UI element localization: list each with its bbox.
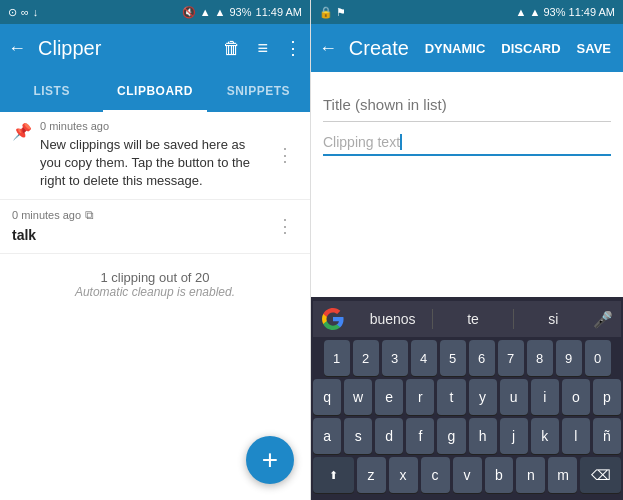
left-header: ← Clipper 🗑 ≡ ⋮	[0, 24, 310, 72]
suggestion-si[interactable]: si	[514, 307, 593, 331]
save-button[interactable]: SAVE	[573, 37, 615, 60]
key-t[interactable]: t	[437, 379, 465, 415]
key-0[interactable]: 0	[585, 340, 611, 376]
key-u[interactable]: u	[500, 379, 528, 415]
key-i[interactable]: i	[531, 379, 559, 415]
key-row-zxcv: ⬆ z x c v b n m ⌫	[313, 457, 621, 493]
key-2[interactable]: 2	[353, 340, 379, 376]
key-v[interactable]: v	[453, 457, 482, 493]
download-icon: ↓	[33, 6, 39, 18]
key-z[interactable]: z	[357, 457, 386, 493]
key-o[interactable]: o	[562, 379, 590, 415]
key-n[interactable]: n	[516, 457, 545, 493]
key-7[interactable]: 7	[498, 340, 524, 376]
key-row-asdf: a s d f g h j k l ñ	[313, 418, 621, 454]
keyboard[interactable]: buenos te si 🎤 1 2 3 4 5 6 7 8 9 0 q w e…	[311, 297, 623, 500]
keyboard-suggestions: buenos te si 🎤	[313, 301, 621, 337]
key-q[interactable]: q	[313, 379, 341, 415]
discard-button[interactable]: DISCARD	[497, 37, 564, 60]
tab-clipboard[interactable]: CLIPBOARD	[103, 72, 206, 112]
signal-icon: ▲	[215, 6, 226, 18]
mic-icon[interactable]: 🎤	[593, 310, 613, 329]
right-status-left: 🔒 ⚑	[319, 6, 346, 19]
time2-text: 11:49 AM	[569, 6, 615, 18]
right-panel: 🔒 ⚑ ▲ ▲ 93% 11:49 AM ← Create DYNAMIC DI…	[311, 0, 623, 500]
suggestion-buenos[interactable]: buenos	[353, 307, 432, 331]
key-w[interactable]: w	[344, 379, 372, 415]
create-header: ← Create DYNAMIC DISCARD SAVE	[311, 24, 623, 72]
key-8[interactable]: 8	[527, 340, 553, 376]
clip-message-text: New clippings will be saved here as you …	[40, 136, 264, 191]
backspace-key[interactable]: ⌫	[580, 457, 621, 493]
fab-add-button[interactable]: +	[246, 436, 294, 484]
key-c[interactable]: c	[421, 457, 450, 493]
key-y[interactable]: y	[469, 379, 497, 415]
wifi-icon: ▲	[200, 6, 211, 18]
key-e[interactable]: e	[375, 379, 403, 415]
key-1[interactable]: 1	[324, 340, 350, 376]
key-g[interactable]: g	[437, 418, 465, 454]
create-form: Clipping text	[311, 72, 623, 297]
time-text: 11:49 AM	[256, 6, 302, 18]
key-9[interactable]: 9	[556, 340, 582, 376]
tab-lists[interactable]: LISTS	[0, 72, 103, 112]
create-title: Create	[345, 37, 413, 60]
key-s[interactable]: s	[344, 418, 372, 454]
key-m[interactable]: m	[548, 457, 577, 493]
clip-menu-button[interactable]: ⋮	[272, 211, 298, 241]
key-4[interactable]: 4	[411, 340, 437, 376]
right-status-bar: 🔒 ⚑ ▲ ▲ 93% 11:49 AM	[311, 0, 623, 24]
key-r[interactable]: r	[406, 379, 434, 415]
key-p[interactable]: p	[593, 379, 621, 415]
flag-icon: ⚑	[336, 6, 346, 18]
clip-count: 1 clipping out of 20	[8, 270, 302, 285]
clip-item-content: 0 minutes ago ⧉ talk	[12, 208, 264, 246]
delete-button[interactable]: 🗑	[223, 38, 241, 59]
key-n-tilde[interactable]: ñ	[593, 418, 621, 454]
key-5[interactable]: 5	[440, 340, 466, 376]
key-f[interactable]: f	[406, 418, 434, 454]
key-x[interactable]: x	[389, 457, 418, 493]
suggestion-te[interactable]: te	[433, 307, 512, 331]
more-button[interactable]: ⋮	[284, 37, 302, 59]
filter-button[interactable]: ≡	[257, 38, 268, 59]
clip-timestamp: 0 minutes ago ⧉	[12, 208, 264, 222]
left-panel: ⊙ ∞ ↓ 🔇 ▲ ▲ 93% 11:49 AM ← Clipper 🗑 ≡ ⋮…	[0, 0, 311, 500]
dynamic-button[interactable]: DYNAMIC	[421, 37, 490, 60]
clip-talk-text: talk	[12, 226, 264, 246]
tab-bar: LISTS CLIPBOARD SNIPPETS	[0, 72, 310, 112]
key-b[interactable]: b	[485, 457, 514, 493]
key-6[interactable]: 6	[469, 340, 495, 376]
sync-icon: ∞	[21, 6, 29, 18]
clipping-text-label: Clipping text	[323, 134, 400, 150]
back-create-button[interactable]: ←	[319, 38, 337, 59]
app-title: Clipper	[38, 37, 211, 60]
mute-icon: 🔇	[182, 6, 196, 19]
left-status-bar: ⊙ ∞ ↓ 🔇 ▲ ▲ 93% 11:49 AM	[0, 0, 310, 24]
copy-icon: ⧉	[85, 208, 94, 222]
key-d[interactable]: d	[375, 418, 403, 454]
key-h[interactable]: h	[469, 418, 497, 454]
title-input[interactable]	[323, 88, 611, 122]
google-icon	[321, 307, 345, 331]
key-row-numbers: 1 2 3 4 5 6 7 8 9 0	[313, 340, 621, 376]
clip-menu-button[interactable]: ⋮	[272, 140, 298, 170]
wifi2-icon: ▲	[516, 6, 527, 18]
shift-key[interactable]: ⬆	[313, 457, 354, 493]
key-j[interactable]: j	[500, 418, 528, 454]
back-button[interactable]: ←	[8, 38, 26, 59]
clip-item: 0 minutes ago ⧉ talk ⋮	[0, 200, 310, 255]
key-l[interactable]: l	[562, 418, 590, 454]
lock-icon: 🔒	[319, 6, 333, 18]
right-status-icons: 🔇 ▲ ▲ 93% 11:49 AM	[182, 6, 302, 19]
key-3[interactable]: 3	[382, 340, 408, 376]
left-status-icons: ⊙ ∞ ↓	[8, 6, 38, 19]
key-k[interactable]: k	[531, 418, 559, 454]
cleanup-notice: Automatic cleanup is enabled.	[8, 285, 302, 299]
right-status-right: ▲ ▲ 93% 11:49 AM	[516, 6, 615, 18]
pin-icon: 📌	[12, 122, 32, 141]
key-a[interactable]: a	[313, 418, 341, 454]
key-row-qwerty: q w e r t y u i o p	[313, 379, 621, 415]
tab-snippets[interactable]: SNIPPETS	[207, 72, 310, 112]
header-actions: 🗑 ≡ ⋮	[223, 37, 302, 59]
